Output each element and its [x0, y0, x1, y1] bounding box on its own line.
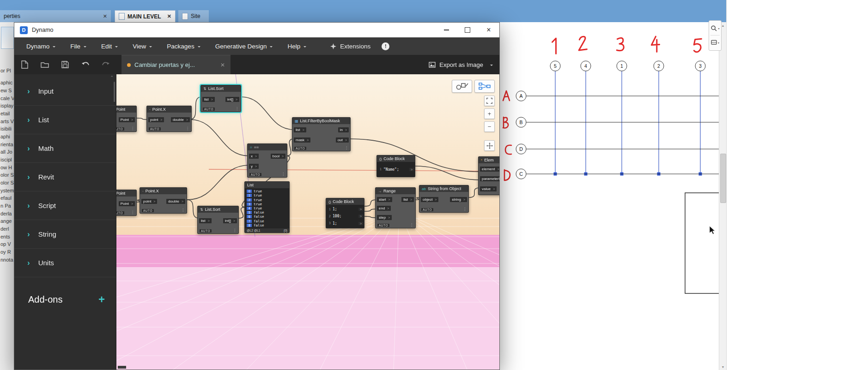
open-file-button[interactable]: [35, 55, 55, 74]
point-x-1[interactable]: ·Point.Xpoint>double>AUTO⋮: [146, 106, 192, 132]
addons-section[interactable]: Add-ons +: [14, 286, 116, 313]
port-point[interactable]: point>: [148, 117, 164, 122]
drawing-box[interactable]: [685, 193, 719, 293]
port-start[interactable]: start>: [377, 197, 392, 202]
node-options-icon[interactable]: ⋮: [131, 127, 134, 131]
port-int[interactable]: int[]>: [223, 218, 237, 223]
zoom-fit-button[interactable]: [484, 95, 495, 106]
node-options-icon[interactable]: ⋮: [233, 229, 237, 233]
port-bool[interactable]: bool>: [271, 154, 285, 159]
port-list[interactable]: list>: [294, 127, 306, 132]
geometry-view-button[interactable]: [452, 80, 472, 93]
sidebar-item-list[interactable]: ›List: [14, 106, 116, 134]
zoom-tool-button[interactable]: ▾: [710, 23, 720, 34]
workspace-tab-close-icon[interactable]: ✕: [220, 62, 225, 68]
port-string[interactable]: string>: [450, 197, 467, 202]
watch-list[interactable]: List0true1true2true3true4true5false6fals…: [244, 181, 290, 233]
view-tab-perties[interactable]: perties✕: [0, 10, 111, 22]
port-int[interactable]: int[]>: [225, 97, 239, 102]
title-bar[interactable]: D Dynamo ×: [14, 23, 499, 37]
tab-close-icon[interactable]: ✕: [103, 13, 107, 19]
element-set-parameter[interactable]: *Elemelement>parameterNa>value>: [478, 156, 499, 195]
tab-close-icon[interactable]: ✕: [167, 13, 171, 19]
port-double[interactable]: double>: [166, 199, 185, 204]
string-from-object[interactable]: abString from Objectobject>string>AUTO⋮: [419, 185, 469, 213]
equals[interactable]: ===x>bool>y>AUTO⋮: [247, 143, 287, 178]
maximize-button[interactable]: [457, 23, 478, 37]
menu-extensions[interactable]: Extensions: [326, 37, 375, 55]
zoom-in-button[interactable]: +: [484, 108, 495, 119]
port-list[interactable]: list>: [202, 97, 215, 102]
sidebar-item-math[interactable]: ›Math: [14, 134, 116, 163]
sidebar-item-units[interactable]: ›Units: [14, 249, 116, 277]
steering-wheel-button[interactable]: ▾: [710, 37, 720, 48]
port-marker-icon[interactable]: >: [358, 215, 363, 218]
structural-grids[interactable]: 54123ABDC: [516, 61, 719, 179]
scroll-down-arrow[interactable]: ▼: [719, 364, 727, 370]
close-button[interactable]: ×: [478, 23, 499, 37]
sidebar-scrollbar-thumb[interactable]: [114, 82, 115, 102]
port-list[interactable]: list>: [401, 197, 414, 202]
add-package-icon[interactable]: +: [98, 293, 105, 306]
node-options-icon[interactable]: ⋮: [131, 211, 134, 215]
pan-button[interactable]: [484, 140, 495, 151]
sidebar-item-input[interactable]: ›Input: [14, 77, 116, 106]
code-block-2[interactable]: {}Code Block11;>2100;>31;>: [326, 198, 364, 228]
range[interactable]: →Rangestart>list>end>step>AUTO⋮: [375, 187, 416, 228]
workspace-tab[interactable]: Cambiar puertas y ej... ✕: [121, 55, 231, 74]
menu-edit[interactable]: Edit: [94, 37, 125, 55]
save-button[interactable]: [55, 55, 75, 74]
minimize-button[interactable]: [436, 23, 457, 37]
port-value[interactable]: value>: [480, 186, 497, 191]
menu-generative-design[interactable]: Generative Design: [208, 37, 280, 55]
redo-button[interactable]: [96, 55, 116, 74]
port-end[interactable]: end>: [377, 206, 391, 211]
menu-help[interactable]: Help: [280, 37, 314, 55]
type-selector-thumbnail[interactable]: [1, 27, 14, 49]
node-options-icon[interactable]: ⋮: [281, 173, 285, 176]
port-object[interactable]: object>: [421, 197, 438, 202]
notifications-icon[interactable]: !: [382, 42, 389, 50]
view-tab-site[interactable]: Site: [178, 10, 209, 22]
port-marker-icon[interactable]: >: [358, 208, 363, 211]
node-options-icon[interactable]: ⋮: [410, 223, 413, 227]
sidebar-item-revit[interactable]: ›Revit: [14, 163, 116, 191]
port-point[interactable]: Point>: [119, 117, 135, 122]
scrollbar-thumb[interactable]: [720, 154, 726, 203]
point-2[interactable]: ·PointPoint>AUTO⋮: [116, 190, 137, 216]
menu-packages[interactable]: Packages: [159, 37, 207, 55]
point-1[interactable]: ·PointPoint>AUTO⋮: [116, 106, 137, 132]
port-double[interactable]: double>: [171, 117, 190, 122]
node-options-icon[interactable]: ⋮: [463, 208, 467, 211]
node-options-icon[interactable]: ⋮: [345, 146, 348, 150]
menu-dynamo[interactable]: Dynamo: [19, 37, 63, 55]
view-tab-main-level[interactable]: MAIN LEVEL✕: [115, 10, 176, 22]
port-in[interactable]: in>: [338, 127, 349, 132]
port-marker-icon[interactable]: >: [409, 168, 414, 171]
new-file-button[interactable]: [14, 55, 35, 74]
undo-button[interactable]: [75, 55, 96, 74]
graph-canvas[interactable]: ⇅List.Sortlist>int[]>AUTO⋮·PointPoint>AU…: [116, 74, 499, 370]
node-options-icon[interactable]: ⋮: [181, 209, 185, 212]
port-parameterna[interactable]: parameterNa>: [480, 176, 499, 181]
zoom-out-button[interactable]: −: [484, 121, 495, 132]
sidebar-item-string[interactable]: ›String: [14, 220, 116, 249]
graph-view-button[interactable]: [474, 80, 495, 93]
port-point[interactable]: Point>: [119, 201, 135, 206]
code-block-body[interactable]: 11;>2100;>31;>: [326, 205, 364, 228]
code-block-1[interactable]: {}Code Block1"Name";>: [376, 155, 415, 177]
port-element[interactable]: element>: [480, 167, 499, 172]
menu-view[interactable]: View: [125, 37, 159, 55]
list-sort-2[interactable]: ⇅List.Sortlist>int[]>AUTO⋮: [197, 206, 239, 234]
export-as-image-button[interactable]: Export as Image: [429, 55, 493, 74]
code-block-body[interactable]: 1"Name";>: [377, 162, 415, 177]
navigation-bar[interactable]: ▾ ▾: [709, 20, 722, 51]
port-list[interactable]: list>: [199, 218, 212, 223]
port-step[interactable]: step>: [377, 215, 392, 220]
list-filter-by-bool-mask[interactable]: ▦List.FilterByBoolMasklist>in>mask>out>A…: [292, 117, 351, 151]
list-sort-1[interactable]: ⇅List.Sortlist>int[]>AUTO⋮: [200, 85, 241, 112]
vertical-scrollbar[interactable]: ▲ ▼: [719, 22, 726, 370]
port-point[interactable]: point>: [141, 199, 157, 204]
node-options-icon[interactable]: ⋮: [235, 107, 239, 111]
port-out[interactable]: out>: [336, 137, 349, 143]
